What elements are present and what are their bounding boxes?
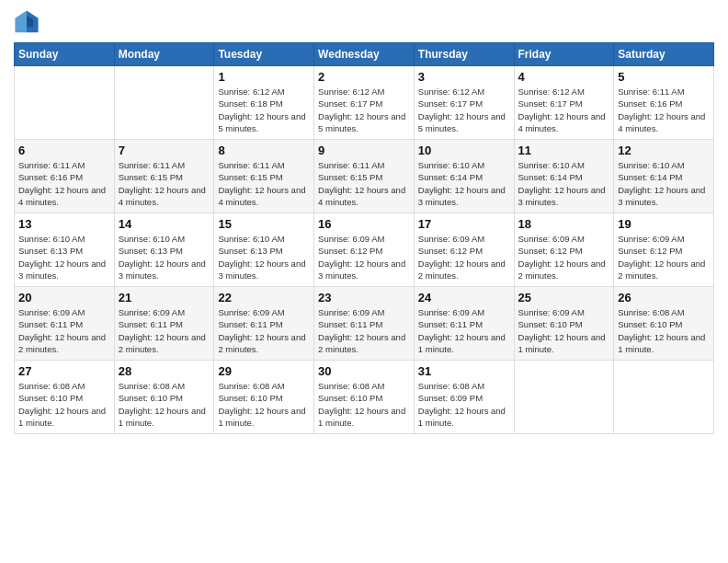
calendar-cell: 11Sunrise: 6:10 AM Sunset: 6:14 PM Dayli…	[514, 140, 614, 213]
cell-info: Sunrise: 6:11 AM Sunset: 6:16 PM Dayligh…	[618, 86, 710, 134]
cell-info: Sunrise: 6:09 AM Sunset: 6:12 PM Dayligh…	[618, 233, 710, 282]
cell-info: Sunrise: 6:09 AM Sunset: 6:11 PM Dayligh…	[218, 306, 310, 355]
calendar-cell: 31Sunrise: 6:08 AM Sunset: 6:09 PM Dayli…	[414, 361, 514, 434]
calendar-cell	[614, 361, 714, 434]
day-number: 31	[418, 364, 510, 378]
cell-info: Sunrise: 6:12 AM Sunset: 6:17 PM Dayligh…	[418, 86, 510, 134]
calendar-table: SundayMondayTuesdayWednesdayThursdayFrid…	[14, 42, 714, 434]
cell-info: Sunrise: 6:09 AM Sunset: 6:12 PM Dayligh…	[318, 233, 410, 282]
calendar-header-row: SundayMondayTuesdayWednesdayThursdayFrid…	[15, 43, 714, 66]
day-number: 17	[418, 217, 510, 231]
calendar-cell: 20Sunrise: 6:09 AM Sunset: 6:11 PM Dayli…	[15, 287, 115, 361]
calendar-cell: 26Sunrise: 6:08 AM Sunset: 6:10 PM Dayli…	[614, 287, 714, 361]
header-sunday: Sunday	[15, 43, 115, 66]
calendar-cell: 8Sunrise: 6:11 AM Sunset: 6:15 PM Daylig…	[214, 140, 314, 213]
calendar-cell: 14Sunrise: 6:10 AM Sunset: 6:13 PM Dayli…	[114, 213, 214, 287]
calendar-cell	[114, 66, 214, 140]
cell-info: Sunrise: 6:10 AM Sunset: 6:14 PM Dayligh…	[618, 159, 710, 208]
day-number: 25	[518, 291, 610, 304]
cell-info: Sunrise: 6:08 AM Sunset: 6:10 PM Dayligh…	[218, 380, 310, 429]
calendar-cell: 3Sunrise: 6:12 AM Sunset: 6:17 PM Daylig…	[414, 66, 514, 140]
calendar-cell: 7Sunrise: 6:11 AM Sunset: 6:15 PM Daylig…	[114, 140, 214, 213]
svg-marker-1	[15, 10, 27, 32]
calendar-cell	[514, 361, 614, 434]
calendar-cell: 30Sunrise: 6:08 AM Sunset: 6:10 PM Dayli…	[314, 361, 415, 434]
calendar-week-2: 6Sunrise: 6:11 AM Sunset: 6:16 PM Daylig…	[15, 140, 714, 213]
cell-info: Sunrise: 6:11 AM Sunset: 6:15 PM Dayligh…	[119, 159, 210, 208]
day-number: 9	[318, 144, 410, 157]
calendar-cell: 25Sunrise: 6:09 AM Sunset: 6:10 PM Dayli…	[514, 287, 614, 361]
day-number: 18	[518, 217, 610, 231]
cell-info: Sunrise: 6:09 AM Sunset: 6:10 PM Dayligh…	[518, 306, 610, 355]
calendar-cell: 5Sunrise: 6:11 AM Sunset: 6:16 PM Daylig…	[614, 66, 714, 140]
day-number: 7	[119, 144, 210, 157]
day-number: 23	[318, 291, 410, 304]
cell-info: Sunrise: 6:08 AM Sunset: 6:10 PM Dayligh…	[119, 380, 210, 429]
day-number: 3	[418, 70, 510, 84]
cell-info: Sunrise: 6:09 AM Sunset: 6:12 PM Dayligh…	[518, 233, 610, 282]
header-monday: Monday	[114, 43, 214, 66]
cell-info: Sunrise: 6:11 AM Sunset: 6:15 PM Dayligh…	[218, 159, 310, 208]
cell-info: Sunrise: 6:12 AM Sunset: 6:17 PM Dayligh…	[318, 86, 410, 134]
calendar-week-5: 27Sunrise: 6:08 AM Sunset: 6:10 PM Dayli…	[15, 361, 714, 434]
calendar-cell: 18Sunrise: 6:09 AM Sunset: 6:12 PM Dayli…	[514, 213, 614, 287]
cell-info: Sunrise: 6:12 AM Sunset: 6:17 PM Dayligh…	[518, 86, 610, 134]
page-header	[14, 9, 714, 35]
day-number: 13	[18, 217, 110, 231]
header-saturday: Saturday	[614, 43, 714, 66]
cell-info: Sunrise: 6:09 AM Sunset: 6:11 PM Dayligh…	[119, 306, 210, 355]
calendar-week-4: 20Sunrise: 6:09 AM Sunset: 6:11 PM Dayli…	[15, 287, 714, 361]
calendar-week-1: 1Sunrise: 6:12 AM Sunset: 6:18 PM Daylig…	[15, 66, 714, 140]
calendar-cell: 1Sunrise: 6:12 AM Sunset: 6:18 PM Daylig…	[214, 66, 314, 140]
cell-info: Sunrise: 6:10 AM Sunset: 6:13 PM Dayligh…	[218, 233, 310, 282]
cell-info: Sunrise: 6:12 AM Sunset: 6:18 PM Dayligh…	[218, 86, 310, 134]
calendar-cell	[15, 66, 115, 140]
calendar-cell: 10Sunrise: 6:10 AM Sunset: 6:14 PM Dayli…	[414, 140, 514, 213]
day-number: 5	[618, 70, 710, 84]
calendar-cell: 12Sunrise: 6:10 AM Sunset: 6:14 PM Dayli…	[614, 140, 714, 213]
calendar-cell: 6Sunrise: 6:11 AM Sunset: 6:16 PM Daylig…	[15, 140, 115, 213]
cell-info: Sunrise: 6:08 AM Sunset: 6:09 PM Dayligh…	[418, 380, 510, 429]
calendar-cell: 27Sunrise: 6:08 AM Sunset: 6:10 PM Dayli…	[15, 361, 115, 434]
day-number: 27	[18, 364, 110, 378]
day-number: 20	[18, 291, 110, 304]
calendar-cell: 28Sunrise: 6:08 AM Sunset: 6:10 PM Dayli…	[114, 361, 214, 434]
calendar-week-3: 13Sunrise: 6:10 AM Sunset: 6:13 PM Dayli…	[15, 213, 714, 287]
header-tuesday: Tuesday	[214, 43, 314, 66]
day-number: 16	[318, 217, 410, 231]
cell-info: Sunrise: 6:10 AM Sunset: 6:13 PM Dayligh…	[18, 233, 110, 282]
day-number: 30	[318, 364, 410, 378]
cell-info: Sunrise: 6:10 AM Sunset: 6:13 PM Dayligh…	[119, 233, 210, 282]
cell-info: Sunrise: 6:08 AM Sunset: 6:10 PM Dayligh…	[318, 380, 410, 429]
day-number: 29	[218, 364, 310, 378]
cell-info: Sunrise: 6:09 AM Sunset: 6:11 PM Dayligh…	[318, 306, 410, 355]
header-wednesday: Wednesday	[314, 43, 415, 66]
logo-icon	[14, 9, 40, 35]
day-number: 4	[518, 70, 610, 84]
calendar-cell: 13Sunrise: 6:10 AM Sunset: 6:13 PM Dayli…	[15, 213, 115, 287]
calendar-cell: 19Sunrise: 6:09 AM Sunset: 6:12 PM Dayli…	[614, 213, 714, 287]
header-thursday: Thursday	[414, 43, 514, 66]
day-number: 12	[618, 144, 710, 157]
day-number: 14	[119, 217, 210, 231]
day-number: 15	[218, 217, 310, 231]
header-friday: Friday	[514, 43, 614, 66]
day-number: 26	[618, 291, 710, 304]
day-number: 24	[418, 291, 510, 304]
cell-info: Sunrise: 6:08 AM Sunset: 6:10 PM Dayligh…	[618, 306, 710, 355]
cell-info: Sunrise: 6:10 AM Sunset: 6:14 PM Dayligh…	[518, 159, 610, 208]
day-number: 28	[119, 364, 210, 378]
cell-info: Sunrise: 6:10 AM Sunset: 6:14 PM Dayligh…	[418, 159, 510, 208]
day-number: 6	[18, 144, 110, 157]
day-number: 1	[218, 70, 310, 84]
calendar-cell: 16Sunrise: 6:09 AM Sunset: 6:12 PM Dayli…	[314, 213, 415, 287]
cell-info: Sunrise: 6:09 AM Sunset: 6:12 PM Dayligh…	[418, 233, 510, 282]
calendar-cell: 23Sunrise: 6:09 AM Sunset: 6:11 PM Dayli…	[314, 287, 415, 361]
calendar-cell: 4Sunrise: 6:12 AM Sunset: 6:17 PM Daylig…	[514, 66, 614, 140]
calendar-cell: 15Sunrise: 6:10 AM Sunset: 6:13 PM Dayli…	[214, 213, 314, 287]
day-number: 8	[218, 144, 310, 157]
cell-info: Sunrise: 6:09 AM Sunset: 6:11 PM Dayligh…	[418, 306, 510, 355]
calendar-cell: 2Sunrise: 6:12 AM Sunset: 6:17 PM Daylig…	[314, 66, 415, 140]
calendar-cell: 29Sunrise: 6:08 AM Sunset: 6:10 PM Dayli…	[214, 361, 314, 434]
cell-info: Sunrise: 6:09 AM Sunset: 6:11 PM Dayligh…	[18, 306, 110, 355]
